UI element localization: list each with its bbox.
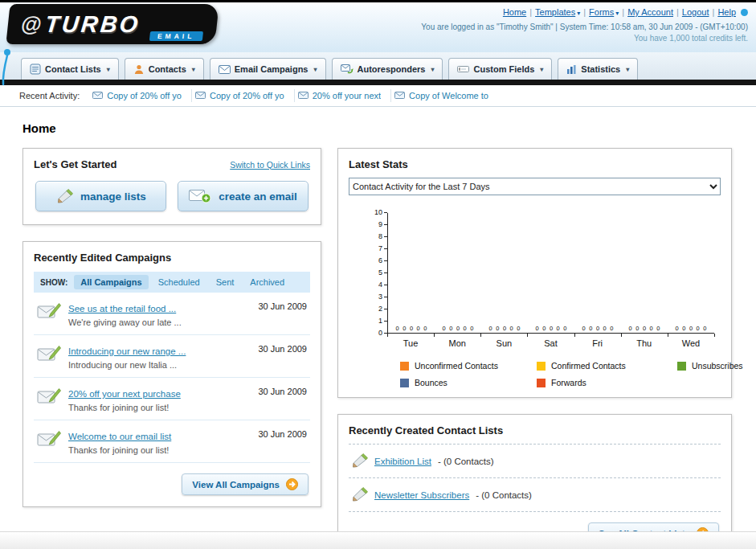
campaign-row: See us at the retail food ...We're givin… [34,293,310,335]
chart-value-label: 0 [557,325,560,332]
campaigns-title: Recently Edited Campaigns [34,252,310,264]
header-link-home[interactable]: Home [503,7,526,17]
x-axis-tick [621,334,622,337]
page-footer [0,531,756,549]
view-all-campaigns-button[interactable]: View All Campaigns [182,473,309,495]
autoresponders-icon [341,64,353,74]
chart-value-label: 0 [629,325,632,332]
header-link-logout[interactable]: Logout [682,7,709,17]
chevron-down-icon: ▾ [577,10,580,17]
chart-value-label: 0 [423,325,427,332]
envelope-icon [195,91,206,100]
recent-activity-item[interactable]: Copy of 20% off yo [89,89,192,102]
chart-value-label: 0 [449,325,452,332]
stats-activity-select[interactable]: Contact Activity for the Last 7 Days [349,178,721,195]
manage-lists-button[interactable]: manage lists [35,181,166,211]
legend-swatch [400,362,409,371]
switch-to-quick-links-link[interactable]: Switch to Quick Links [230,160,310,170]
y-axis-label: 1 [378,318,387,325]
chart-value-label: 0 [510,325,513,332]
x-axis-tick [527,334,528,337]
header-link-help[interactable]: Help [717,7,736,17]
x-axis-label: Thu [621,338,668,348]
recent-activity-items: Copy of 20% off yoCopy of 20% off yo20% … [89,89,498,102]
chart-value-label: 0 [689,325,693,332]
chart-y-axis: 109876543210 [366,213,387,334]
envelope-icon [394,91,405,100]
header-link-forms[interactable]: Forms▾ [589,7,619,17]
button-label: manage lists [80,191,146,203]
chart-value-group: 00000 [388,325,435,332]
chart-x-ticks [387,334,714,337]
recent-activity-item[interactable]: Copy of Welcome to [391,89,498,102]
nav-tab-autoresponders[interactable]: Autoresponders▾ [332,58,443,80]
nav-tab-custom-fields[interactable]: Custom Fields▾ [448,58,552,80]
y-axis-label: 0 [378,330,387,337]
create-an-email-button[interactable]: create an email [178,181,309,211]
legend-item-unsubscribes: Unsubscribes [677,361,743,371]
campaign-tab-archived[interactable]: Archived [243,275,291,289]
chart-value-label: 0 [635,325,639,332]
campaign-tab-scheduled[interactable]: Scheduled [152,275,206,289]
x-axis-label: Wed [668,338,714,348]
y-axis-label: 9 [378,221,387,228]
campaign-subtitle: Thanks for joining our list! [68,403,251,412]
contact-list-detail: - (0 Contacts) [438,457,494,466]
chart-value-label: 0 [582,325,586,332]
campaign-date: 30 Jun 2009 [258,386,307,396]
y-axis-label: 2 [378,305,387,313]
nav-tab-contacts[interactable]: Contacts▾ [125,58,204,80]
nav-tab-contact-lists[interactable]: Contact Lists▾ [21,58,119,80]
chart-value-group: 00000 [668,325,714,332]
campaign-tab-all-campaigns[interactable]: All Campaigns [74,275,148,289]
campaign-filter-bar: SHOW: All CampaignsScheduledSentArchived [34,272,310,293]
campaign-date: 30 Jun 2009 [258,428,307,439]
y-axis-label: 5 [378,269,387,277]
campaign-title-link[interactable]: See us at the retail food ... [68,304,176,313]
y-axis-label: 10 [374,209,387,216]
y-axis-label: 3 [378,293,387,301]
page-title: Home [22,121,732,135]
contact-list-link[interactable]: Newsletter Subscribers [374,490,469,500]
nav-tab-email-campaigns[interactable]: Email Campaigns▾ [210,58,326,80]
chart-value-label: 0 [456,325,460,332]
recent-activity-item[interactable]: Copy of 20% off yo [192,89,295,102]
legend-swatch [677,362,686,371]
chart-value-label: 0 [410,325,413,332]
app-window: TURBO EMAIL Home|Templates▾|Forms▾|My Ac… [0,0,756,549]
chart-value-label: 0 [503,325,506,332]
nav-tab-statistics[interactable]: Statistics▾ [558,58,638,80]
pencil-icon [350,487,368,502]
chart-plot-area: 00000000000000000000000000000000000 [387,213,714,334]
campaign-row: Introducing our new range ...Introducing… [34,335,310,378]
nav-tab-label: Statistics [581,64,620,74]
recent-activity-label: Recent Activity: [19,91,80,100]
campaign-subtitle: We're giving away our late ... [68,318,251,327]
email-campaigns-icon [219,65,231,74]
chart-value-label: 0 [403,325,406,332]
x-axis-label: Mon [434,338,480,348]
campaign-title-link[interactable]: Introducing our new range ... [68,346,186,356]
chart-value-label: 0 [563,325,566,332]
chart-value-group: 00000 [435,325,481,332]
campaign-tab-sent[interactable]: Sent [210,275,241,289]
campaign-title-link[interactable]: Welcome to our email list [68,432,171,441]
campaign-title-link[interactable]: 20% off your next purchase [68,389,181,399]
recent-activity-item[interactable]: 20% off your next [295,89,391,102]
get-started-title: Let's Get Started [34,158,117,170]
nav-tab-label: Email Campaigns [235,64,309,74]
header-link-my-account[interactable]: My Account [627,7,673,17]
chart-value-label: 0 [443,325,446,332]
view-all-campaigns-label: View All Campaigns [192,480,280,490]
campaign-filter-tabs: All CampaignsScheduledSentArchived [74,275,291,289]
legend-item-unconfirmed-contacts: Unconfirmed Contacts [400,361,537,371]
header-link-templates[interactable]: Templates▾ [535,7,580,17]
activity-item-label: Copy of 20% off yo [210,91,284,100]
x-axis-label: Sun [480,338,527,348]
chevron-down-icon: ▾ [313,66,317,73]
x-axis-tick [574,334,575,337]
arrow-circle-icon [286,478,298,490]
contact-list-link[interactable]: Exhibition List [374,457,431,466]
logo-subtitle: EMAIL [149,31,203,41]
pencil-icon [55,189,73,204]
